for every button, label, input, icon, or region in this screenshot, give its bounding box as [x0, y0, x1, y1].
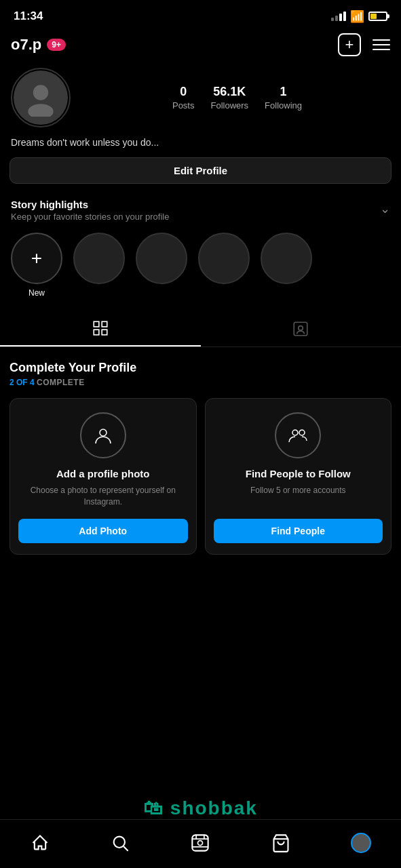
- signal-icon: [331, 12, 346, 21]
- highlight-circle-1[interactable]: [73, 233, 125, 284]
- posts-value: 0: [172, 85, 195, 99]
- username: o7.p: [11, 36, 41, 54]
- grid-icon: [92, 319, 109, 337]
- svg-rect-5: [102, 330, 107, 335]
- tab-grid[interactable]: [0, 311, 201, 347]
- add-content-button[interactable]: +: [337, 33, 362, 57]
- posts-label: Posts: [172, 100, 195, 111]
- complete-profile-title: Complete Your Profile: [9, 361, 392, 375]
- highlights-row: + New: [0, 224, 401, 311]
- highlight-item-4[interactable]: [261, 233, 312, 298]
- find-people-desc: Follow 5 or more accounts: [250, 485, 346, 508]
- svg-point-8: [100, 429, 107, 436]
- nav-profile-avatar: [351, 833, 371, 853]
- followers-value: 56.1K: [210, 85, 248, 99]
- svg-rect-6: [294, 322, 308, 336]
- cards-row: Add a profile photo Choose a photo to re…: [9, 398, 392, 555]
- story-highlights-text: Story highlights Keep your favorite stor…: [11, 199, 169, 222]
- svg-rect-3: [102, 321, 107, 327]
- highlight-circle-4[interactable]: [261, 233, 312, 284]
- complete-rest: COMPLETE: [37, 378, 85, 387]
- find-people-button[interactable]: Find People: [214, 519, 383, 543]
- svg-line-12: [124, 846, 128, 850]
- complete-profile-subtitle: 2 OF 4 COMPLETE: [9, 378, 392, 387]
- chevron-up-icon[interactable]: ⌄: [380, 201, 390, 216]
- svg-rect-2: [94, 321, 99, 327]
- profile-photo-icon: [92, 425, 114, 446]
- watermark: 🛍 shobbak: [0, 797, 401, 819]
- bottom-nav: [0, 819, 401, 868]
- svg-point-1: [28, 104, 53, 117]
- svg-point-9: [292, 430, 298, 435]
- notification-badge[interactable]: 9+: [47, 39, 66, 51]
- find-people-icon-circle: [275, 412, 321, 458]
- add-photo-button[interactable]: Add Photo: [18, 519, 188, 543]
- battery-icon: [368, 12, 387, 21]
- find-people-card: Find People to Follow Follow 5 or more a…: [205, 398, 392, 555]
- watermark-text: 🛍 shobbak: [143, 797, 258, 818]
- status-icons: 📶: [331, 9, 387, 24]
- svg-point-10: [299, 430, 305, 435]
- home-icon: [31, 833, 50, 852]
- avatar-inner: [14, 71, 68, 125]
- svg-point-14: [198, 840, 203, 845]
- avatar[interactable]: [11, 68, 71, 127]
- add-photo-title: Add a profile photo: [56, 468, 149, 479]
- new-highlight-item[interactable]: + New: [11, 233, 62, 298]
- complete-profile-section: Complete Your Profile 2 OF 4 COMPLETE Ad…: [0, 347, 401, 568]
- highlight-circle-2[interactable]: [136, 233, 187, 284]
- following-value: 1: [265, 85, 302, 99]
- plus-box-icon: +: [338, 33, 361, 56]
- find-people-icon: [287, 425, 309, 446]
- svg-point-11: [114, 836, 125, 847]
- search-icon: [111, 833, 130, 852]
- edit-profile-button[interactable]: Edit Profile: [9, 157, 392, 184]
- new-highlight-plus-icon: +: [31, 248, 42, 269]
- highlight-item-3[interactable]: [198, 233, 250, 298]
- followers-label: Followers: [210, 100, 248, 111]
- following-stat[interactable]: 1 Following: [265, 85, 302, 111]
- profile-section: 0 Posts 56.1K Followers 1 Following: [0, 64, 401, 136]
- story-highlights-subtitle: Keep your favorite stories on your profi…: [11, 212, 169, 222]
- new-highlight-label: New: [28, 288, 45, 298]
- reels-icon: [191, 833, 210, 852]
- status-bar: 11:34 📶: [0, 0, 401, 30]
- tagged-icon: [292, 320, 309, 338]
- shop-icon: [271, 833, 290, 852]
- menu-button[interactable]: [373, 39, 390, 50]
- find-people-title: Find People to Follow: [246, 468, 351, 479]
- add-photo-desc: Choose a photo to represent yourself on …: [18, 485, 188, 508]
- wifi-icon: 📶: [350, 9, 364, 24]
- highlight-item-2[interactable]: [136, 233, 187, 298]
- header: o7.p 9+ +: [0, 30, 401, 64]
- status-time: 11:34: [14, 9, 43, 23]
- nav-search[interactable]: [104, 827, 136, 859]
- add-photo-card: Add a profile photo Choose a photo to re…: [9, 398, 197, 555]
- tabs: [0, 311, 401, 347]
- header-left: o7.p 9+: [11, 36, 66, 54]
- svg-rect-4: [94, 330, 99, 335]
- posts-stat[interactable]: 0 Posts: [172, 85, 195, 111]
- nav-profile[interactable]: [345, 827, 377, 859]
- nav-home[interactable]: [24, 827, 56, 859]
- svg-rect-13: [193, 835, 208, 850]
- svg-point-0: [33, 85, 48, 100]
- avatar-placeholder-icon: [22, 79, 60, 117]
- highlight-circle-3[interactable]: [198, 233, 250, 284]
- new-highlight-circle[interactable]: +: [11, 233, 62, 284]
- stats-row: 0 Posts 56.1K Followers 1 Following: [84, 85, 390, 111]
- highlight-item-1[interactable]: [73, 233, 125, 298]
- following-label: Following: [265, 100, 302, 111]
- complete-count: 2 OF 4: [9, 378, 35, 387]
- header-actions: +: [337, 33, 390, 57]
- story-highlights-header: Story highlights Keep your favorite stor…: [0, 195, 401, 224]
- story-highlights-title: Story highlights: [11, 199, 169, 210]
- story-highlights-section: Story highlights Keep your favorite stor…: [0, 195, 401, 311]
- tab-tagged[interactable]: [201, 311, 402, 347]
- followers-stat[interactable]: 56.1K Followers: [210, 85, 248, 111]
- bio: Dreams don't work unless you do...: [0, 136, 401, 157]
- add-photo-icon-circle: [80, 412, 126, 458]
- nav-shop[interactable]: [265, 827, 297, 859]
- nav-reels[interactable]: [184, 827, 216, 859]
- svg-point-7: [299, 326, 303, 331]
